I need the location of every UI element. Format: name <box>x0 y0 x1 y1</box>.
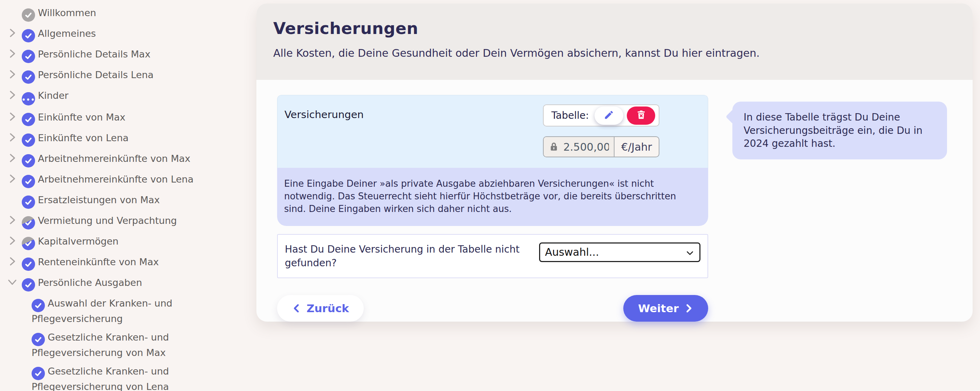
sidebar-item-label: Gesetzliche Kranken- und Pflegeversicher… <box>32 366 169 391</box>
insurance-panel: Versicherungen Tabelle: <box>277 95 708 226</box>
check-circle-icon: ••• <box>22 278 35 291</box>
chevron-right-icon[interactable] <box>7 111 18 122</box>
amount-field-wrap <box>544 137 614 157</box>
sidebar-item-label: Arbeitnehmereinkünfte von Max <box>38 153 191 164</box>
sidebar-item-willkommen[interactable]: •••Willkommen <box>7 6 249 22</box>
chevron-right-icon[interactable] <box>7 173 18 184</box>
sidebar-item-persoenliche-details-lena[interactable]: •••Persönliche Details Lena <box>7 68 249 84</box>
pencil-icon <box>604 110 614 121</box>
help-tooltip-text: In diese Tabelle trägst Du Deine Versich… <box>744 111 923 149</box>
sidebar-item-vermietung-und-verpachtung[interactable]: •••Vermietung und Verpachtung <box>7 214 249 230</box>
chevron-right-icon <box>7 7 18 17</box>
next-button[interactable]: Weiter <box>623 295 708 321</box>
sidebar-item-persoenliche-details-max[interactable]: •••Persönliche Details Max <box>7 47 249 63</box>
check-circle-partial-icon: ••• <box>22 237 35 250</box>
sidebar-item-label: Arbeitnehmereinkünfte von Lena <box>38 174 194 185</box>
insurance-panel-header: Versicherungen Tabelle: <box>277 95 708 168</box>
next-button-label: Weiter <box>638 302 679 315</box>
sidebar-item-einkuenfte-von-max[interactable]: •••Einkünfte von Max <box>7 111 249 126</box>
lock-icon <box>549 142 559 152</box>
sidebar-item-label: Allgemeines <box>38 28 96 39</box>
sidebar-item-einkuenfte-von-lena[interactable]: •••Einkünfte von Lena <box>7 131 249 147</box>
check-circle-icon: ••• <box>22 29 35 43</box>
insurance-panel-controls: Tabelle: <box>543 104 659 157</box>
sidebar-item-persoenliche-ausgaben[interactable]: •••Persönliche Ausgaben <box>7 276 249 291</box>
sidebar-item-label: Persönliche Details Max <box>38 49 151 60</box>
chevron-right-icon[interactable] <box>7 28 18 38</box>
question-row: Hast Du Deine Versicherung in der Tabell… <box>277 234 708 278</box>
sidebar-item-label: Kinder <box>38 90 68 101</box>
sidebar-item-label: Ersatzleistungen von Max <box>38 195 159 205</box>
chevron-right-icon[interactable] <box>7 69 18 79</box>
check-circle-icon: ••• <box>22 258 35 271</box>
info-note: Eine Eingabe Deiner »als private Ausgabe… <box>277 168 708 226</box>
sidebar-item-label: Renteneinkünfte von Max <box>38 256 159 268</box>
sidebar-item-auswahl-der-kranken-und-pflegeversicherung[interactable]: •••Auswahl der Kranken- und Pflegeversic… <box>32 297 221 326</box>
sidebar-item-label: Einkünfte von Max <box>38 112 126 123</box>
check-circle-icon: ••• <box>22 50 35 63</box>
check-circle-gray-icon: ••• <box>22 8 35 22</box>
insurance-amount-input[interactable] <box>563 141 609 153</box>
sidebar-item-ersatzleistungen-von-max[interactable]: •••Ersatzleistungen von Max <box>7 193 249 209</box>
chevron-right-icon <box>7 194 18 204</box>
chevron-right-icon[interactable] <box>7 153 18 163</box>
sidebar-item-gesetzliche-kranken-und-pflegeversicherung-von-lena[interactable]: •••Gesetzliche Kranken- und Pflegeversic… <box>32 365 221 391</box>
check-circle-icon: ••• <box>32 367 45 380</box>
chevron-left-icon <box>292 303 302 313</box>
chevron-right-icon[interactable] <box>7 90 18 100</box>
sidebar-item-arbeitnehmereinkuenfte-von-lena[interactable]: •••Arbeitnehmereinkünfte von Lena <box>7 173 249 188</box>
check-circle-icon: ••• <box>22 70 35 84</box>
edit-table-button[interactable] <box>595 106 623 125</box>
delete-table-button[interactable] <box>627 106 655 125</box>
check-circle-partial-icon: ••• <box>22 216 35 230</box>
insurance-panel-label: Versicherungen <box>285 104 364 120</box>
chevron-right-icon[interactable] <box>7 236 18 246</box>
sidebar-item-label: Gesetzliche Kranken- und Pflegeversicher… <box>32 332 169 358</box>
sidebar-item-kinder[interactable]: •••Kinder <box>7 89 249 106</box>
check-circle-icon: ••• <box>22 195 35 209</box>
amount-unit-label: €/Jahr <box>614 137 659 157</box>
page-title: Versicherungen <box>273 19 956 38</box>
check-circle-icon: ••• <box>22 154 35 168</box>
check-circle-icon: ••• <box>22 175 35 188</box>
progress-circle-icon: ••• <box>22 92 35 106</box>
table-label: Tabelle: <box>551 110 589 121</box>
trash-icon <box>636 110 646 121</box>
sidebar-item-gesetzliche-kranken-und-pflegeversicherung-von-max[interactable]: •••Gesetzliche Kranken- und Pflegeversic… <box>32 331 221 359</box>
sidebar: •••Willkommen •••Allgemeines •••Persönli… <box>7 6 249 391</box>
check-circle-icon: ••• <box>22 113 35 126</box>
insurance-select[interactable]: Auswahl... <box>540 244 699 261</box>
chevron-right-icon[interactable] <box>7 132 18 142</box>
sidebar-item-label: Persönliche Details Lena <box>38 70 154 80</box>
main-card: Versicherungen Alle Kosten, die Deine Ge… <box>256 3 973 321</box>
sidebar-item-label: Vermietung und Verpachtung <box>38 215 177 226</box>
form-column: Versicherungen Tabelle: <box>277 95 708 321</box>
back-button[interactable]: Zurück <box>277 295 364 321</box>
check-circle-icon: ••• <box>32 333 45 346</box>
help-tooltip: In diese Tabelle trägst Du Deine Versich… <box>732 101 947 160</box>
question-label: Hast Du Deine Versicherung in der Tabell… <box>285 242 539 270</box>
page-subtitle: Alle Kosten, die Deine Gesundheit oder D… <box>273 47 956 59</box>
chevron-right-icon[interactable] <box>7 256 18 267</box>
chevron-right-icon[interactable] <box>7 215 18 225</box>
sidebar-item-label: Willkommen <box>38 7 96 18</box>
sidebar-item-label: Auswahl der Kranken- und Pflegeversicher… <box>32 298 172 324</box>
chevron-down-icon[interactable] <box>7 277 18 287</box>
chevron-right-icon <box>684 303 694 313</box>
sidebar-item-label: Persönliche Ausgaben <box>38 277 142 288</box>
insurance-amount-group: €/Jahr <box>543 136 659 157</box>
sidebar-item-allgemeines[interactable]: •••Allgemeines <box>7 27 249 43</box>
sidebar-item-arbeitnehmereinkuenfte-von-max[interactable]: •••Arbeitnehmereinkünfte von Max <box>7 152 249 168</box>
navigation-buttons: Zurück Weiter <box>277 295 708 321</box>
sidebar-item-label: Einkünfte von Lena <box>38 133 129 143</box>
sidebar-item-kapitalvermoegen[interactable]: •••Kapitalvermögen <box>7 235 249 250</box>
back-button-label: Zurück <box>307 302 349 315</box>
check-circle-icon: ••• <box>22 133 35 147</box>
sidebar-item-renteneinkuenfte-von-max[interactable]: •••Renteneinkünfte von Max <box>7 255 249 271</box>
insurance-select-wrap: Auswahl... <box>539 242 700 262</box>
card-header: Versicherungen Alle Kosten, die Deine Ge… <box>256 3 973 80</box>
check-circle-icon: ••• <box>32 299 45 312</box>
chevron-right-icon[interactable] <box>7 48 18 59</box>
sidebar-list: •••Willkommen •••Allgemeines •••Persönli… <box>7 6 249 391</box>
sidebar-item-label: Kapitalvermögen <box>38 236 119 247</box>
